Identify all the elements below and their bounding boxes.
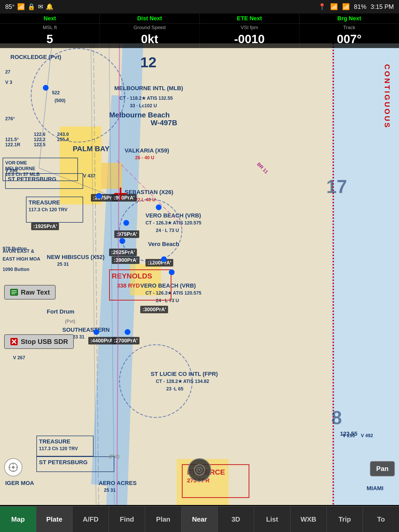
reynolds-airport-rect <box>109 269 171 301</box>
gps-icon: 📍 <box>318 3 326 10</box>
vsi-label: VSI fpm <box>200 24 300 31</box>
status-bar: 85° 📶 🔒 ✉ 🔔 📍 📶 📶 81% 3:15 PM <box>0 0 399 14</box>
new-hibiscus-dets-label: 25 31 <box>57 262 69 267</box>
stop-usb-label: Stop USB SDR <box>21 338 68 346</box>
tab-near[interactable]: Near <box>182 507 218 532</box>
tab-afd[interactable]: A/FD <box>72 507 109 532</box>
br11-label: BR 11 <box>256 162 269 175</box>
svg-line-7 <box>39 43 52 168</box>
bottom-nav: Map Plate A/FD Find Plan Near 3D List WX… <box>0 506 399 532</box>
airway-v267-label: V 267 <box>13 355 25 361</box>
southeastern-dets-label: 23 31 <box>73 334 84 340</box>
st-lucie-label: ST LUCIE CO INTL (FPR) <box>151 371 218 377</box>
raw-text-icon <box>10 288 18 296</box>
alt-tag-975: :975PrA' <box>114 230 139 238</box>
freq-121-5: 121.5° <box>5 137 19 142</box>
raw-text-button[interactable]: Raw Text <box>4 285 56 300</box>
adsb-dot-2 <box>123 220 129 226</box>
time-display: 3:15 PM <box>371 3 394 10</box>
camera-icon <box>193 463 206 476</box>
freq-122-1r: 122.1R <box>5 142 20 148</box>
tab-map[interactable]: Map <box>0 507 36 532</box>
st-lucie-ct-label: CT - 128.2★ ATIS 134.82 <box>156 378 209 384</box>
pan-button[interactable]: Pan <box>370 461 395 476</box>
elev-522: 522 <box>52 90 60 96</box>
ete-next-label: ETE Next <box>200 14 300 23</box>
groundspeed-value: 0kt <box>100 31 200 48</box>
status-right: 📍 📶 📶 81% 3:15 PM <box>318 3 394 10</box>
east-high-moa-label: EAST HIGH MOA <box>3 256 40 262</box>
tab-trip[interactable]: Trip <box>327 507 363 532</box>
tab-to[interactable]: To <box>363 507 399 532</box>
wifi-icon: 📶 <box>330 3 338 10</box>
brg-next-label: Brg Next <box>300 14 399 23</box>
stop-usb-button[interactable]: Stop USB SDR <box>4 334 74 349</box>
tiger-moa-label: IGER MOA <box>5 480 34 487</box>
alt-tag-1200: :1200PrA' <box>145 259 173 267</box>
status-left: 85° 📶 🔒 ✉ 🔔 <box>5 3 54 10</box>
flight-value-row: 5 0kt -0010 007° <box>0 31 399 48</box>
battery-display: 81% <box>354 3 367 10</box>
new-hibiscus-label: NEW HIBISCUS (X52) <box>47 254 104 261</box>
svg-point-18 <box>12 466 15 469</box>
elev-500: (500) <box>55 98 65 103</box>
location-button[interactable] <box>4 458 22 476</box>
raw-text-label: Raw Text <box>21 288 50 296</box>
tab-plate[interactable]: Plate <box>36 507 73 532</box>
flight-label-row: MSL ft Ground Speed VSI fpm Track <box>0 24 399 31</box>
aircraft-position <box>114 188 127 200</box>
track-value: 007° <box>300 31 399 48</box>
tab-wxb[interactable]: WXB <box>290 507 327 532</box>
vor-dme-box <box>3 158 78 181</box>
dist-next-label: Dist Next <box>100 14 200 23</box>
vsi-value: -0010 <box>200 31 300 48</box>
alt-tag-1925: :1925PrA' <box>31 223 59 230</box>
978-button-label: 978 Button <box>3 246 27 251</box>
signal-icon-1: 📶 <box>17 3 25 10</box>
treasure-box <box>26 197 83 223</box>
alt-tag-2925: :2925PrA' <box>109 249 137 256</box>
w497b-label: W-497B <box>151 119 177 127</box>
freq-122-2: 122.2 <box>34 137 45 142</box>
1090-button-label: 1090 Button <box>3 267 29 272</box>
notification-icon: 🔔 <box>46 3 54 10</box>
adsb-dot-9 <box>169 269 175 275</box>
groundspeed-label: Ground Speed <box>100 24 200 31</box>
flight-data-bar: Next Dist Next ETE Next Brg Next MSL ft … <box>0 14 399 48</box>
bearing-276: 276° <box>5 116 15 122</box>
adsb-dot-8 <box>125 329 130 335</box>
adsb-dot-6 <box>161 256 167 262</box>
tab-3d[interactable]: 3D <box>218 507 254 532</box>
map-background: CONTIGUOUS 12 17 8 V 3 V 437 V 295 V 267… <box>0 43 399 505</box>
rockledge-label: ROCKLEDGE (Pvt) <box>10 54 61 61</box>
map-container[interactable]: CONTIGUOUS 12 17 8 V 3 V 437 V 295 V 267… <box>0 43 399 505</box>
temperature-display: 85° <box>5 3 15 10</box>
freq-122-6: 122.6 <box>34 132 45 137</box>
flight-top-row: Next Dist Next ETE Next Brg Next <box>0 14 399 24</box>
vero-beach-label: VERO BEACH (VRB) <box>145 212 201 219</box>
airway-v3-label: V 3 <box>5 80 12 85</box>
tab-find[interactable]: Find <box>109 507 145 532</box>
msl-label: MSL ft <box>0 24 100 31</box>
pvt-label-1: (Pvt) <box>65 319 75 324</box>
msl-value: 5 <box>0 31 100 48</box>
st-peter-box-2 <box>36 456 114 472</box>
tab-list[interactable]: List <box>254 507 290 532</box>
tab-plan[interactable]: Plan <box>145 507 182 532</box>
svg-point-25 <box>199 469 200 471</box>
vero-beach-dets-label: 24 · L 73 U <box>156 228 179 233</box>
adsb-dot-5 <box>156 204 162 210</box>
st-lucie-dets-label: 23 ·L 65 <box>166 386 183 392</box>
gps-center-button[interactable] <box>188 458 211 482</box>
cellular-icon: 📶 <box>342 3 350 10</box>
mail-icon: ✉ <box>38 3 43 10</box>
border-line <box>332 43 334 505</box>
alt-tag-2700: :2700PrA' <box>112 337 139 344</box>
stop-usb-icon <box>10 337 18 346</box>
valkaria-area <box>101 163 122 189</box>
fort-drum-label: Fort Drum <box>47 308 74 315</box>
treasure-lower-box <box>36 436 94 456</box>
location-icon <box>8 462 18 473</box>
lock-icon: 🔒 <box>28 3 35 10</box>
freq-122-5: 122.5 <box>34 142 45 148</box>
